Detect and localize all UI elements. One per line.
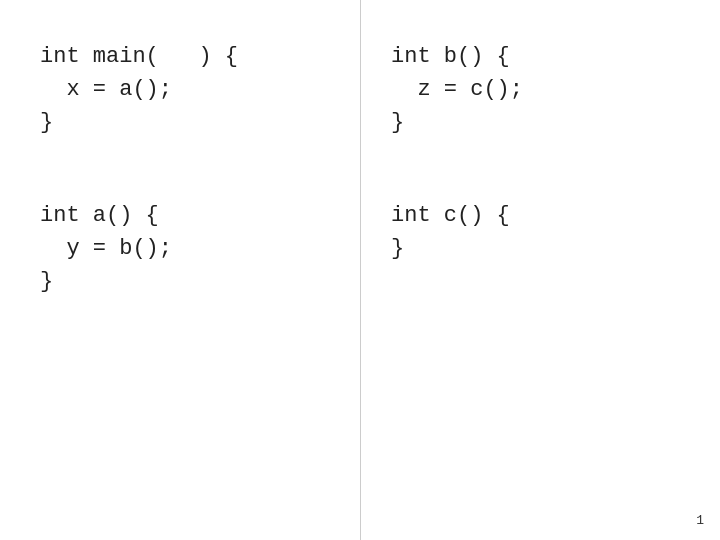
slide: int main( ) { x = a(); } int a() { y = b…: [0, 0, 720, 540]
code-block-main: int main( ) { x = a(); }: [40, 40, 340, 139]
code-block-c: int c() { }: [391, 199, 700, 265]
right-column: int b() { z = c(); } int c() { }: [361, 0, 720, 540]
code-block-a: int a() { y = b(); }: [40, 199, 340, 298]
page-number: 1: [696, 513, 704, 528]
left-column: int main( ) { x = a(); } int a() { y = b…: [0, 0, 360, 540]
code-block-b: int b() { z = c(); }: [391, 40, 700, 139]
